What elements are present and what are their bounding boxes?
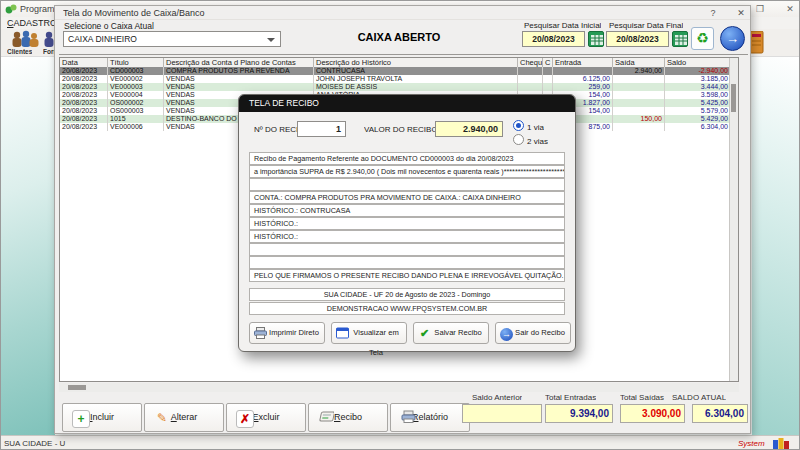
vertical-scrollbar[interactable]: [729, 58, 738, 381]
radio-unselected-icon: [513, 134, 524, 145]
scrollbar-thumb[interactable]: [68, 385, 86, 390]
select-caixa-label: Selecione o Caixa Atual: [64, 21, 154, 31]
header-separator: [59, 54, 748, 55]
cell-saida: [613, 107, 665, 115]
receipt-line[interactable]: [249, 256, 565, 269]
receipt-line[interactable]: CONTA.: COMPRA PRODUTOS PRA MOVIMENTO DE…: [249, 191, 565, 204]
visualizar-tela-button[interactable]: Visualizar em Tela: [331, 322, 407, 344]
receipt-city-line: SUA CIDADE - UF 20 de Agosto de 2023 - D…: [249, 288, 565, 301]
valor-recibo-input[interactable]: 2.940,00: [435, 121, 503, 137]
relatorio-label: Relatório: [412, 412, 448, 422]
receipt-line[interactable]: HISTÓRICO.:: [249, 217, 565, 230]
receipt-line[interactable]: HISTÓRICO.:: [249, 230, 565, 243]
cell-entrada: [553, 67, 613, 75]
cell-historico: JOHN JOSEPH TRAVOLTA: [314, 75, 518, 83]
printer-icon: [400, 410, 416, 426]
cell-c: [543, 67, 553, 75]
salvar-label: Salvar Recibo: [434, 328, 481, 337]
screen-preview-icon: [336, 327, 349, 340]
horizontal-scrollbar[interactable]: [59, 383, 739, 392]
receipt-line[interactable]: PELO QUE FIRMAMOS O PRESENTE RECIBO DAND…: [249, 269, 565, 282]
cell-saida: 150,00: [613, 115, 665, 123]
cell-entrada: 259,00: [553, 83, 613, 91]
table-row[interactable]: 20/08/2023 VE000002 VENDAS JOHN JOSEPH T…: [60, 75, 730, 83]
receipt-line[interactable]: a importância SUPRA de R$ 2.940,00 ( Doi…: [249, 165, 565, 178]
cell-data: 20/08/2023: [60, 67, 108, 75]
date-initial-input[interactable]: 20/08/2023: [522, 31, 585, 47]
cell-data: 20/08/2023: [60, 75, 108, 83]
outer-statusbar: SUA CIDADE - U System: [1, 435, 800, 450]
col-saldo: Saldo: [665, 58, 730, 67]
radio-2-vias[interactable]: 2 vias: [513, 134, 548, 146]
total-entradas-label: Total Entradas: [545, 393, 596, 402]
imprimir-direto-button[interactable]: Imprimir Direto: [249, 322, 325, 344]
recibo-button[interactable]: Recibo: [308, 403, 388, 432]
caixa-toolbar-icon[interactable]: [750, 31, 764, 58]
salvar-recibo-button[interactable]: ✔ Salvar Recibo: [413, 322, 489, 344]
radio-selected-icon: [513, 120, 524, 131]
receipt-line[interactable]: Recibo de Pagamento Referente ao DOCUMEN…: [249, 152, 565, 165]
scrollbar-thumb[interactable]: [731, 84, 736, 112]
total-entradas-value: 9.394,00: [545, 404, 613, 423]
imprimir-label: Imprimir Direto: [269, 328, 319, 337]
receipt-line[interactable]: [249, 178, 565, 191]
receipt-demo-line: DEMONSTRACAO WWW.FPQSYSTEM.COM.BR: [249, 302, 565, 315]
cell-saldo: 5.579,00: [665, 107, 730, 115]
receipt-dialog-titlebar[interactable]: TELA DE RECIBO: [239, 95, 575, 112]
caixa-select[interactable]: CAIXA DINHEIRO: [63, 31, 281, 47]
calendar-icon[interactable]: [588, 31, 604, 47]
exit-arrow-icon: →: [500, 327, 513, 340]
col-historico: Descrição do Histórico: [314, 58, 518, 67]
delete-x-icon: ✗: [236, 410, 254, 428]
cell-saida: [613, 123, 665, 131]
cell-c: [543, 75, 553, 83]
cell-conta: COMPRA PRODUTOS PRA REVENDA: [164, 67, 314, 75]
cell-cheque: [518, 67, 543, 75]
close-window-button[interactable]: ✕: [733, 6, 749, 20]
receipt-line[interactable]: [249, 243, 565, 256]
cell-cheque: [518, 75, 543, 83]
cell-historico: MOISES DE ASSIS: [314, 83, 518, 91]
statusbar-brand-icon: [773, 438, 789, 450]
cell-data: 20/08/2023: [60, 123, 108, 131]
calendar-icon[interactable]: [672, 31, 688, 47]
sair-recibo-button[interactable]: → Sair do Recibo: [495, 322, 571, 344]
go-exit-button[interactable]: →: [720, 26, 745, 51]
excluir-button[interactable]: ✗ Excluir: [226, 403, 306, 432]
date-final-input[interactable]: 20/08/2023: [606, 31, 669, 47]
receipt-line[interactable]: HISTÓRICO.: CONTRUCASA: [249, 204, 565, 217]
check-icon: ✔: [418, 327, 431, 340]
cell-saida: 2.940,00: [613, 67, 665, 75]
saldo-anterior-label: Saldo Anterior: [472, 393, 522, 402]
col-conta: Descrição da Conta d Plano de Contas: [164, 58, 314, 67]
cell-cheque: [518, 83, 543, 91]
col-entrada: Entrada: [553, 58, 613, 67]
refresh-search-button[interactable]: ♻: [691, 27, 714, 50]
excluir-label: Excluir: [252, 412, 279, 422]
cell-saldo: 5.425,00: [665, 99, 730, 107]
radio-1-via[interactable]: 1 via: [513, 120, 544, 132]
outer-close-button[interactable]: ✕: [783, 1, 797, 17]
table-row[interactable]: 20/08/2023 VE000003 VENDAS MOISES DE ASS…: [60, 83, 730, 91]
cell-titulo: CD000003: [108, 67, 164, 75]
cell-saldo: 3.598,00: [665, 91, 730, 99]
table-row[interactable]: 20/08/2023 CD000003 COMPRA PRODUTOS PRA …: [60, 67, 730, 75]
numero-recibo-input[interactable]: 1: [297, 121, 346, 137]
alterar-button[interactable]: ✎ Alterar: [144, 403, 224, 432]
col-data: Data: [60, 58, 108, 67]
saldo-anterior-value: [462, 404, 542, 423]
cell-data: 20/08/2023: [60, 91, 108, 99]
col-saida: Saída: [613, 58, 665, 67]
receipt-icon: [318, 410, 334, 426]
incluir-button[interactable]: + Incluir: [62, 403, 142, 432]
help-button[interactable]: ?: [705, 6, 721, 20]
radio-2-vias-label: 2 vias: [527, 137, 548, 146]
outer-maximize-button[interactable]: ❐: [753, 1, 767, 17]
cell-data: 20/08/2023: [60, 107, 108, 115]
statusbar-city-text: SUA CIDADE - U: [4, 436, 152, 450]
cell-saida: [613, 83, 665, 91]
sair-label: Sair do Recibo: [515, 328, 565, 337]
relatorio-button[interactable]: Relatório: [390, 403, 470, 432]
cell-titulo: OS000002: [108, 99, 164, 107]
date-final-label: Pesquisar Data Final: [609, 21, 683, 30]
